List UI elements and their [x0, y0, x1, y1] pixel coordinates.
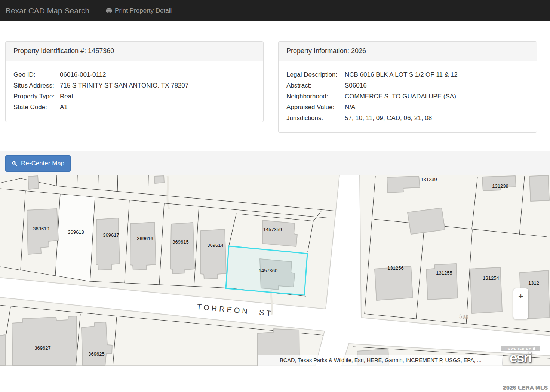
property-information-title: Property Information: 2026 — [279, 42, 537, 61]
parcel-label: 369617 — [103, 232, 119, 238]
building-369614 — [200, 229, 226, 279]
row-appraised-value: Appraised Value: N/A — [286, 102, 529, 113]
property-information-body: Legal Description: NCB 6016 BLK A LOT S … — [279, 61, 537, 132]
parcel-label: 369614 — [207, 242, 223, 248]
property-identification-title: Property Identification #: 1457360 — [6, 42, 263, 61]
parcel-map[interactable]: 369619 369618 369617 369616 369615 36961… — [0, 175, 550, 366]
row-geo-id: Geo ID: 06016-001-0112 — [13, 69, 255, 80]
zoom-in-button[interactable]: + — [513, 288, 528, 304]
parcel-label: 1457359 — [263, 227, 282, 232]
parcel-label-subject: 1457360 — [259, 268, 278, 273]
row-neighborhood: Neighborhood: COMMERCE S. TO GUADALUPE (… — [286, 91, 529, 102]
esri-logo: esri — [501, 351, 540, 364]
building-369616 — [130, 222, 156, 270]
row-state-code: State Code: A1 — [13, 102, 255, 113]
parcel-label: 131254 — [483, 275, 499, 281]
parcel-label: 369627 — [34, 345, 50, 351]
printer-icon — [106, 7, 112, 14]
parcel-label: 131239 — [421, 177, 437, 182]
parcel-label: 131238 — [492, 183, 508, 189]
parcel-label: 1312 — [528, 280, 539, 286]
block-number-label: 598 — [459, 313, 469, 321]
property-identification-panel: Property Identification #: 1457360 Geo I… — [5, 41, 264, 122]
map-toolbar: Re-Center Map — [0, 151, 550, 175]
print-property-detail-label: Print Property Detail — [115, 7, 172, 15]
map-attribution: BCAD, Texas Parks & Wildlife, Esri, HERE… — [258, 355, 503, 366]
row-property-type: Property Type: Real — [13, 91, 255, 102]
building-131255 — [426, 264, 458, 300]
parcel-label: 369619 — [33, 226, 49, 232]
row-legal-description: Legal Description: NCB 6016 BLK A LOT S … — [286, 69, 529, 80]
property-information-panel: Property Information: 2026 Legal Descrip… — [278, 41, 537, 133]
parcel-label: 369616 — [137, 236, 153, 241]
print-property-detail-link[interactable]: Print Property Detail — [106, 7, 172, 15]
row-jurisdictions: Jurisdictions: 57, 10, 11, 09, CAD, 06, … — [286, 113, 529, 123]
esri-logo-block: POWERED BY esri — [501, 346, 540, 364]
building-369617 — [96, 218, 120, 270]
navbar: Bexar CAD Map Search Print Property Deta… — [0, 0, 550, 21]
parcel-map-canvas: 369619 369618 369617 369616 369615 36961… — [0, 175, 550, 366]
building-369627 — [12, 316, 77, 366]
row-situs-address: Situs Address: 715 S TRINITY ST SAN ANTO… — [13, 80, 255, 91]
esri-globe-dot — [533, 347, 535, 350]
parcel-369618 — [55, 194, 95, 281]
building-1457359 — [263, 220, 297, 246]
mls-watermark: 2026 LERA MLS — [503, 385, 548, 391]
zoom-in-magnifier-icon — [12, 160, 18, 167]
parcel-label: 131255 — [436, 270, 452, 276]
page: Bexar CAD Map Search Print Property Deta… — [0, 0, 550, 392]
recenter-map-button[interactable]: Re-Center Map — [5, 155, 71, 172]
building-131254 — [470, 267, 502, 313]
app-title: Bexar CAD Map Search — [6, 6, 89, 15]
building-131256 — [375, 266, 413, 300]
row-abstract: Abstract: S06016 — [286, 80, 529, 91]
parcel-label: 369618 — [68, 229, 84, 235]
map-section: Re-Center Map — [0, 151, 550, 366]
parcel-label: 369615 — [172, 239, 188, 245]
recenter-map-label: Re-Center Map — [21, 160, 64, 167]
building-369615 — [170, 223, 194, 274]
zoom-out-button[interactable]: − — [513, 304, 528, 319]
parcel-label: 131256 — [387, 265, 403, 271]
parcel-label: 369625 — [88, 351, 104, 357]
property-identification-body: Geo ID: 06016-001-0112 Situs Address: 71… — [6, 61, 263, 122]
map-zoom-control: + − — [513, 288, 528, 319]
